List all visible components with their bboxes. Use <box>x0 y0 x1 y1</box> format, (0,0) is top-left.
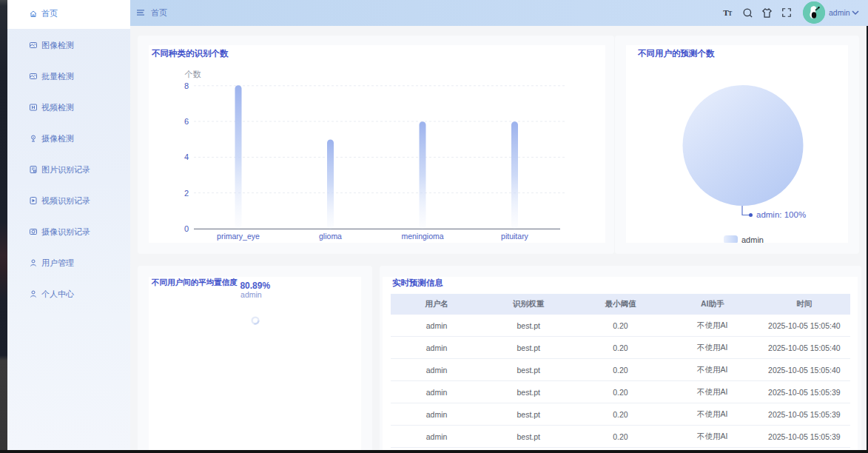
svg-text:glioma: glioma <box>319 232 342 241</box>
svg-text:8: 8 <box>184 81 189 90</box>
svg-text:2: 2 <box>184 189 189 198</box>
svg-text:T: T <box>728 10 732 17</box>
svg-text:meningioma: meningioma <box>401 232 443 241</box>
svg-text:0: 0 <box>184 224 189 233</box>
svg-text:pituitary: pituitary <box>501 232 529 241</box>
svg-text:primary_eye: primary_eye <box>217 232 260 241</box>
svg-text:4: 4 <box>184 152 189 161</box>
svg-text:admin: 100%: admin: 100% <box>756 210 806 219</box>
svg-text:6: 6 <box>184 117 189 126</box>
svg-text:个数: 个数 <box>185 70 201 78</box>
svg-text:admin: admin <box>741 235 764 244</box>
